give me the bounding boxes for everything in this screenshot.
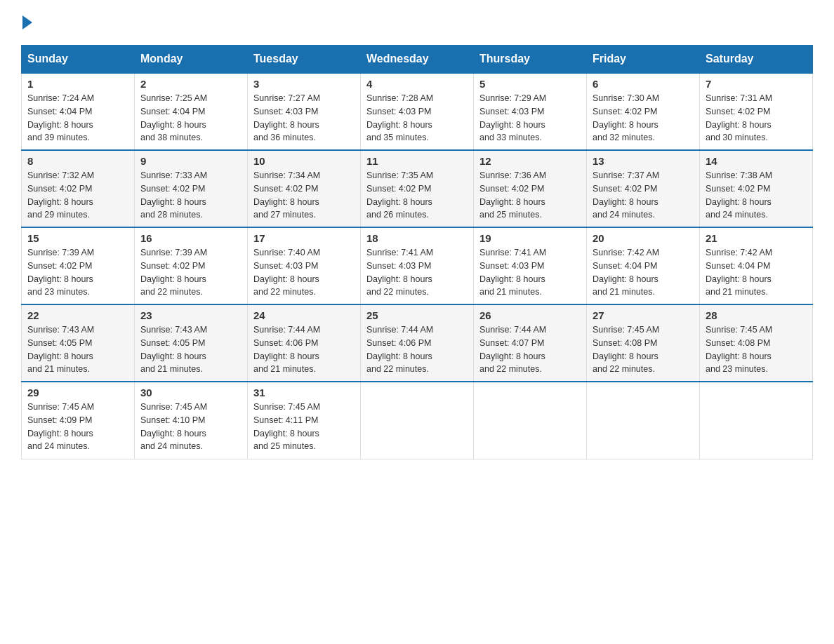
day-number: 11 [366,155,468,167]
calendar-day-cell: 25Sunrise: 7:44 AMSunset: 4:06 PMDayligh… [361,304,474,382]
calendar-day-cell: 31Sunrise: 7:45 AMSunset: 4:11 PMDayligh… [248,382,361,459]
day-number: 2 [140,78,241,90]
day-number: 1 [27,78,128,90]
day-number: 14 [706,155,807,167]
day-number: 10 [253,155,355,167]
calendar-day-cell: 20Sunrise: 7:42 AMSunset: 4:04 PMDayligh… [587,227,700,304]
day-info: Sunrise: 7:44 AMSunset: 4:06 PMDaylight:… [253,323,355,376]
calendar-week-row: 15Sunrise: 7:39 AMSunset: 4:02 PMDayligh… [22,227,813,304]
day-info: Sunrise: 7:38 AMSunset: 4:02 PMDaylight:… [706,169,807,222]
day-number: 7 [706,78,807,90]
calendar-day-cell: 13Sunrise: 7:37 AMSunset: 4:02 PMDayligh… [587,150,700,227]
day-info: Sunrise: 7:41 AMSunset: 4:03 PMDaylight:… [479,246,581,299]
calendar-day-cell: 23Sunrise: 7:43 AMSunset: 4:05 PMDayligh… [135,304,248,382]
day-info: Sunrise: 7:33 AMSunset: 4:02 PMDaylight:… [140,169,241,222]
calendar-week-row: 1Sunrise: 7:24 AMSunset: 4:04 PMDaylight… [22,73,813,150]
day-info: Sunrise: 7:45 AMSunset: 4:11 PMDaylight:… [253,401,355,453]
calendar-day-cell: 29Sunrise: 7:45 AMSunset: 4:09 PMDayligh… [22,382,135,459]
day-number: 20 [593,232,694,244]
calendar-day-cell: 27Sunrise: 7:45 AMSunset: 4:08 PMDayligh… [587,304,700,382]
calendar-day-cell [587,382,700,459]
day-info: Sunrise: 7:30 AMSunset: 4:02 PMDaylight:… [593,92,694,145]
day-info: Sunrise: 7:43 AMSunset: 4:05 PMDaylight:… [140,323,241,376]
day-info: Sunrise: 7:43 AMSunset: 4:05 PMDaylight:… [27,323,128,376]
day-info: Sunrise: 7:32 AMSunset: 4:02 PMDaylight:… [27,169,128,222]
calendar-day-cell: 10Sunrise: 7:34 AMSunset: 4:02 PMDayligh… [248,150,361,227]
calendar-day-cell: 28Sunrise: 7:45 AMSunset: 4:08 PMDayligh… [700,304,813,382]
calendar-day-cell: 26Sunrise: 7:44 AMSunset: 4:07 PMDayligh… [474,304,587,382]
calendar-day-cell: 17Sunrise: 7:40 AMSunset: 4:03 PMDayligh… [248,227,361,304]
day-number: 29 [27,387,128,398]
calendar-day-cell: 30Sunrise: 7:45 AMSunset: 4:10 PMDayligh… [135,382,248,459]
day-number: 19 [479,232,581,244]
day-info: Sunrise: 7:27 AMSunset: 4:03 PMDaylight:… [253,92,355,145]
calendar-day-cell [474,382,587,459]
calendar-day-header: Thursday [474,46,587,74]
calendar-day-cell: 6Sunrise: 7:30 AMSunset: 4:02 PMDaylight… [587,73,700,150]
day-info: Sunrise: 7:25 AMSunset: 4:04 PMDaylight:… [140,92,241,145]
calendar-day-cell [361,382,474,459]
day-info: Sunrise: 7:36 AMSunset: 4:02 PMDaylight:… [479,169,581,222]
calendar-day-header: Sunday [22,46,135,74]
day-info: Sunrise: 7:45 AMSunset: 4:08 PMDaylight:… [706,323,807,376]
day-number: 27 [593,309,694,321]
calendar-table: SundayMondayTuesdayWednesdayThursdayFrid… [21,45,813,459]
calendar-day-cell: 19Sunrise: 7:41 AMSunset: 4:03 PMDayligh… [474,227,587,304]
day-info: Sunrise: 7:35 AMSunset: 4:02 PMDaylight:… [366,169,468,222]
calendar-day-cell: 14Sunrise: 7:38 AMSunset: 4:02 PMDayligh… [700,150,813,227]
calendar-day-cell: 2Sunrise: 7:25 AMSunset: 4:04 PMDaylight… [135,73,248,150]
calendar-day-cell: 3Sunrise: 7:27 AMSunset: 4:03 PMDaylight… [248,73,361,150]
calendar-day-cell: 22Sunrise: 7:43 AMSunset: 4:05 PMDayligh… [22,304,135,382]
day-number: 9 [140,155,241,167]
day-number: 13 [593,155,694,167]
day-number: 16 [140,232,241,244]
calendar-day-header: Saturday [700,46,813,74]
day-info: Sunrise: 7:24 AMSunset: 4:04 PMDaylight:… [27,92,128,145]
day-info: Sunrise: 7:41 AMSunset: 4:03 PMDaylight:… [366,246,468,299]
day-info: Sunrise: 7:42 AMSunset: 4:04 PMDaylight:… [706,246,807,299]
day-number: 5 [479,78,581,90]
day-number: 17 [253,232,355,244]
day-number: 8 [27,155,128,167]
day-number: 12 [479,155,581,167]
day-number: 24 [253,309,355,321]
day-number: 31 [253,387,355,398]
day-number: 26 [479,309,581,321]
day-info: Sunrise: 7:34 AMSunset: 4:02 PMDaylight:… [253,169,355,222]
day-info: Sunrise: 7:44 AMSunset: 4:06 PMDaylight:… [366,323,468,376]
day-info: Sunrise: 7:45 AMSunset: 4:09 PMDaylight:… [27,401,128,453]
calendar-header-row: SundayMondayTuesdayWednesdayThursdayFrid… [22,46,813,74]
calendar-week-row: 8Sunrise: 7:32 AMSunset: 4:02 PMDaylight… [22,150,813,227]
day-info: Sunrise: 7:40 AMSunset: 4:03 PMDaylight:… [253,246,355,299]
page-header [21,14,813,31]
calendar-day-cell: 11Sunrise: 7:35 AMSunset: 4:02 PMDayligh… [361,150,474,227]
logo-triangle-icon [22,15,32,29]
calendar-day-cell [700,382,813,459]
calendar-week-row: 22Sunrise: 7:43 AMSunset: 4:05 PMDayligh… [22,304,813,382]
day-info: Sunrise: 7:39 AMSunset: 4:02 PMDaylight:… [27,246,128,299]
calendar-day-header: Wednesday [361,46,474,74]
logo [21,14,32,31]
calendar-day-header: Monday [135,46,248,74]
calendar-day-cell: 24Sunrise: 7:44 AMSunset: 4:06 PMDayligh… [248,304,361,382]
calendar-day-cell: 16Sunrise: 7:39 AMSunset: 4:02 PMDayligh… [135,227,248,304]
day-info: Sunrise: 7:29 AMSunset: 4:03 PMDaylight:… [479,92,581,145]
day-number: 25 [366,309,468,321]
calendar-day-cell: 8Sunrise: 7:32 AMSunset: 4:02 PMDaylight… [22,150,135,227]
day-number: 21 [706,232,807,244]
day-number: 6 [593,78,694,90]
day-info: Sunrise: 7:39 AMSunset: 4:02 PMDaylight:… [140,246,241,299]
day-number: 23 [140,309,241,321]
day-number: 28 [706,309,807,321]
calendar-day-cell: 21Sunrise: 7:42 AMSunset: 4:04 PMDayligh… [700,227,813,304]
day-info: Sunrise: 7:42 AMSunset: 4:04 PMDaylight:… [593,246,694,299]
day-info: Sunrise: 7:28 AMSunset: 4:03 PMDaylight:… [366,92,468,145]
calendar-day-cell: 15Sunrise: 7:39 AMSunset: 4:02 PMDayligh… [22,227,135,304]
calendar-day-cell: 5Sunrise: 7:29 AMSunset: 4:03 PMDaylight… [474,73,587,150]
calendar-day-cell: 7Sunrise: 7:31 AMSunset: 4:02 PMDaylight… [700,73,813,150]
day-info: Sunrise: 7:45 AMSunset: 4:10 PMDaylight:… [140,401,241,453]
day-number: 15 [27,232,128,244]
day-number: 22 [27,309,128,321]
day-number: 3 [253,78,355,90]
calendar-day-cell: 18Sunrise: 7:41 AMSunset: 4:03 PMDayligh… [361,227,474,304]
